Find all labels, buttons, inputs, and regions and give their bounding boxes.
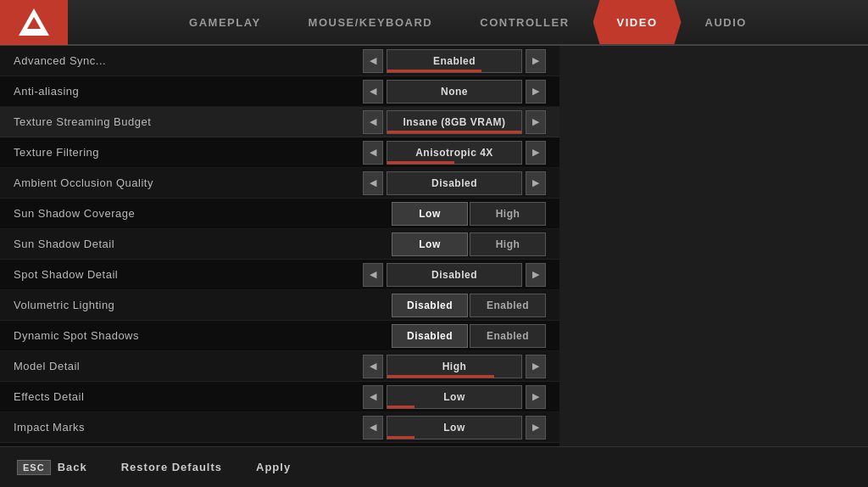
effects-detail-left-arrow[interactable]: ◀: [363, 385, 383, 409]
main-layout: Advanced Sync... ◀ Enabled ▶ Anti-aliasi…: [0, 46, 868, 446]
ambient-occlusion-control: ◀ Disabled ▶: [363, 171, 546, 195]
impact-marks-label: Impact Marks: [14, 421, 363, 434]
tab-mouse-keyboard[interactable]: MOUSE/KEYBOARD: [285, 0, 457, 44]
ambient-occlusion-value-box: Disabled: [387, 171, 522, 195]
model-detail-row: Model Detail ◀ High ▶: [0, 351, 559, 382]
effects-detail-label: Effects Detail: [14, 390, 363, 403]
texture-filtering-left-arrow[interactable]: ◀: [363, 141, 383, 165]
impact-marks-value-box: Low: [387, 416, 522, 439]
sun-shadow-coverage-low-btn[interactable]: Low: [392, 202, 468, 226]
spot-shadow-detail-control: ◀ Disabled ▶: [363, 263, 546, 287]
texture-filtering-value-box: Anisotropic 4X: [387, 141, 522, 165]
bottom-bar: ESC Back Restore Defaults Apply: [0, 446, 868, 487]
effects-detail-control: ◀ Low ▶: [363, 385, 546, 409]
texture-streaming-value-box: Insane (8GB VRAM): [387, 110, 522, 134]
advanced-sync-left-arrow[interactable]: ◀: [363, 49, 383, 73]
ragdolls-row: Ragdolls ◀ Low ▶: [0, 443, 559, 446]
model-detail-value-box: High: [387, 355, 522, 378]
dynamic-spot-shadows-disabled-btn[interactable]: Disabled: [392, 324, 468, 348]
effects-detail-value-box: Low: [387, 385, 522, 409]
spot-shadow-detail-left-arrow[interactable]: ◀: [363, 263, 383, 287]
apex-logo-icon: [19, 8, 49, 36]
model-detail-value: High: [442, 361, 467, 372]
ambient-occlusion-right-arrow[interactable]: ▶: [526, 171, 546, 195]
anti-aliasing-right-arrow[interactable]: ▶: [526, 80, 546, 104]
apply-label: Apply: [256, 461, 291, 473]
ambient-occlusion-value: Disabled: [431, 177, 477, 189]
ragdolls-right-arrow[interactable]: ▶: [526, 446, 546, 447]
nav-tabs: GAMEPLAY MOUSE/KEYBOARD CONTROLLER VIDEO…: [68, 0, 868, 44]
model-detail-control: ◀ High ▶: [363, 355, 546, 378]
restore-defaults-label: Restore Defaults: [121, 461, 222, 473]
sun-shadow-coverage-row: Sun Shadow Coverage Low High: [0, 199, 559, 229]
sun-shadow-detail-low-btn[interactable]: Low: [392, 232, 468, 256]
anti-aliasing-value-box: None: [387, 80, 522, 104]
dynamic-spot-shadows-label: Dynamic Spot Shadows: [14, 329, 392, 342]
texture-streaming-value: Insane (8GB VRAM): [403, 116, 505, 128]
anti-aliasing-label: Anti-aliasing: [14, 85, 363, 98]
spot-shadow-detail-label: Spot Shadow Detail: [14, 268, 363, 281]
anti-aliasing-row: Anti-aliasing ◀ None ▶: [0, 76, 559, 107]
tab-gameplay[interactable]: GAMEPLAY: [165, 0, 284, 44]
volumetric-lighting-enabled-btn[interactable]: Enabled: [470, 294, 546, 317]
texture-streaming-label: Texture Streaming Budget: [14, 115, 363, 128]
advanced-sync-right-arrow[interactable]: ▶: [526, 49, 546, 73]
impact-marks-control: ◀ Low ▶: [363, 416, 546, 439]
sun-shadow-coverage-high-btn[interactable]: High: [470, 202, 546, 226]
texture-streaming-control: ◀ Insane (8GB VRAM) ▶: [363, 110, 546, 134]
texture-filtering-right-arrow[interactable]: ▶: [526, 141, 546, 165]
volumetric-lighting-disabled-btn[interactable]: Disabled: [392, 294, 468, 317]
settings-panel: Advanced Sync... ◀ Enabled ▶ Anti-aliasi…: [0, 46, 559, 446]
ragdolls-left-arrow[interactable]: ◀: [363, 446, 383, 447]
texture-streaming-left-arrow[interactable]: ◀: [363, 110, 383, 134]
ragdolls-control: ◀ Low ▶: [363, 446, 546, 447]
sun-shadow-coverage-label: Sun Shadow Coverage: [14, 207, 392, 220]
texture-streaming-right-arrow[interactable]: ▶: [526, 110, 546, 134]
texture-filtering-row: Texture Filtering ◀ Anisotropic 4X ▶: [0, 137, 559, 168]
apply-button[interactable]: Apply: [256, 461, 291, 473]
back-button[interactable]: ESC Back: [17, 460, 87, 475]
esc-key-label: ESC: [17, 460, 51, 475]
impact-marks-left-arrow[interactable]: ◀: [363, 416, 383, 439]
texture-filtering-control: ◀ Anisotropic 4X ▶: [363, 141, 546, 165]
texture-streaming-row: Texture Streaming Budget ◀ Insane (8GB V…: [0, 107, 559, 137]
right-panel: [559, 46, 868, 446]
ambient-occlusion-label: Ambient Occlusion Quality: [14, 176, 363, 189]
tab-video[interactable]: VIDEO: [593, 0, 682, 44]
sun-shadow-detail-row: Sun Shadow Detail Low High: [0, 229, 559, 260]
spot-shadow-detail-value: Disabled: [431, 269, 477, 281]
logo-area: [0, 0, 68, 45]
dynamic-spot-shadows-control: Disabled Enabled: [392, 324, 546, 348]
anti-aliasing-control: ◀ None ▶: [363, 80, 546, 104]
volumetric-lighting-control: Disabled Enabled: [392, 294, 546, 317]
impact-marks-right-arrow[interactable]: ▶: [526, 416, 546, 439]
advanced-sync-value-box: Enabled: [387, 49, 522, 73]
spot-shadow-detail-right-arrow[interactable]: ▶: [526, 263, 546, 287]
model-detail-left-arrow[interactable]: ◀: [363, 355, 383, 378]
tab-audio[interactable]: AUDIO: [682, 0, 771, 44]
sun-shadow-detail-label: Sun Shadow Detail: [14, 238, 392, 250]
effects-detail-right-arrow[interactable]: ▶: [526, 385, 546, 409]
anti-aliasing-left-arrow[interactable]: ◀: [363, 80, 383, 104]
impact-marks-value: Low: [443, 422, 465, 434]
top-nav: GAMEPLAY MOUSE/KEYBOARD CONTROLLER VIDEO…: [0, 0, 868, 46]
advanced-sync-label: Advanced Sync...: [14, 54, 363, 67]
ambient-occlusion-left-arrow[interactable]: ◀: [363, 171, 383, 195]
sun-shadow-coverage-control: Low High: [392, 202, 546, 226]
ragdolls-value-box: Low: [387, 446, 522, 447]
model-detail-right-arrow[interactable]: ▶: [526, 355, 546, 378]
anti-aliasing-value: None: [441, 86, 468, 98]
tab-controller[interactable]: CONTROLLER: [456, 0, 593, 44]
model-detail-label: Model Detail: [14, 360, 363, 372]
ambient-occlusion-row: Ambient Occlusion Quality ◀ Disabled ▶: [0, 168, 559, 199]
advanced-sync-value: Enabled: [433, 55, 476, 67]
dynamic-spot-shadows-enabled-btn[interactable]: Enabled: [470, 324, 546, 348]
spot-shadow-detail-value-box: Disabled: [387, 263, 522, 287]
restore-defaults-button[interactable]: Restore Defaults: [121, 461, 222, 473]
volumetric-lighting-row: Volumetric Lighting Disabled Enabled: [0, 290, 559, 321]
advanced-sync-control: ◀ Enabled ▶: [363, 49, 546, 73]
sun-shadow-detail-control: Low High: [392, 232, 546, 256]
impact-marks-row: Impact Marks ◀ Low ▶: [0, 412, 559, 443]
back-label: Back: [58, 461, 87, 473]
sun-shadow-detail-high-btn[interactable]: High: [470, 232, 546, 256]
